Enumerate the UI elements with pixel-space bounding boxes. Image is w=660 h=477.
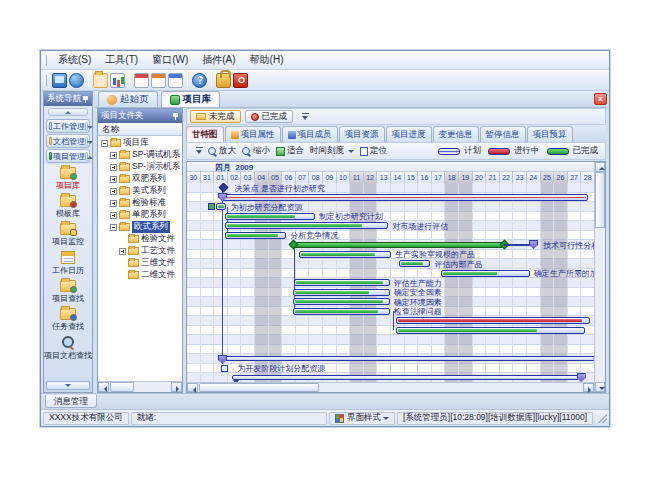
task-bar[interactable] xyxy=(216,203,227,210)
pin-icon[interactable] xyxy=(82,96,89,103)
scroll-thumb[interactable] xyxy=(595,172,605,228)
tree-node[interactable]: 单肥系列 xyxy=(98,209,182,221)
tree-node[interactable]: 检验标准 xyxy=(98,197,182,209)
filter-incomplete[interactable]: 未完成 xyxy=(190,110,241,123)
tree-h-scrollbar[interactable] xyxy=(98,381,182,392)
workspace-icon[interactable] xyxy=(52,73,67,88)
fit-button[interactable]: 适合 xyxy=(273,145,307,157)
sidebar-item-project-monitor[interactable]: 项目监控 xyxy=(52,223,84,247)
expand-icon[interactable] xyxy=(110,164,117,171)
task-bar[interactable] xyxy=(294,279,389,286)
message-management-tab[interactable]: 消息管理 xyxy=(45,395,97,408)
tree-node[interactable]: 检验文件 xyxy=(98,233,182,245)
task-bar[interactable] xyxy=(399,260,430,267)
task-bar[interactable] xyxy=(396,327,585,334)
chevron-down-icon[interactable] xyxy=(85,122,88,131)
tree-node[interactable]: 双肥系列 xyxy=(98,173,182,185)
summary-line-bar[interactable] xyxy=(221,356,594,361)
scroll-right-icon[interactable] xyxy=(171,382,182,392)
ui-style-dropdown[interactable]: 界面样式 xyxy=(329,412,395,425)
tree-node[interactable]: SP-调试机系 xyxy=(98,149,182,161)
task-bar[interactable] xyxy=(396,317,589,324)
expand-icon[interactable] xyxy=(110,200,117,207)
gantt-h-scrollbar[interactable] xyxy=(187,382,594,392)
tree-column-header[interactable]: 名称 xyxy=(98,123,182,136)
sidebar-section-work-management[interactable]: 工作管理 xyxy=(46,119,90,133)
pin-icon[interactable] xyxy=(172,113,179,120)
tree-node[interactable]: 美式系列 xyxy=(98,185,182,197)
shutdown-icon[interactable] xyxy=(233,73,248,88)
close-icon[interactable]: x xyxy=(594,93,607,105)
tab-change-info[interactable]: 变更信息 xyxy=(433,126,479,142)
tab-start-page[interactable]: 起始页 xyxy=(98,91,158,107)
scroll-thumb[interactable] xyxy=(110,382,134,392)
tree-node[interactable]: 欧式系列 xyxy=(98,221,182,233)
expand-icon[interactable] xyxy=(110,212,117,219)
calendar-red-icon[interactable] xyxy=(134,73,149,88)
tab-project-budget[interactable]: 项目预算 xyxy=(527,126,573,142)
sidebar-item-project-search[interactable]: 项目查找 xyxy=(52,280,84,304)
expand-icon[interactable] xyxy=(119,248,126,255)
sidebar-item-template-library[interactable]: 模板库 xyxy=(56,195,80,219)
task-bar[interactable] xyxy=(293,308,390,315)
chevron-up-icon[interactable] xyxy=(85,152,88,161)
tab-project-resources[interactable]: 项目资源 xyxy=(339,126,385,142)
task-bar[interactable] xyxy=(225,222,388,229)
tab-project-library[interactable]: 项目库 xyxy=(161,91,221,107)
collapse-icon[interactable] xyxy=(101,140,108,147)
sidebar-item-task-search[interactable]: 任务查找 xyxy=(52,308,84,332)
menu-item-window[interactable]: 窗口(W) xyxy=(145,51,195,69)
tab-pause-info[interactable]: 暂停信息 xyxy=(480,126,526,142)
tree-node[interactable]: 三维文件 xyxy=(98,257,182,269)
overflow-chevron-icon[interactable] xyxy=(195,146,205,156)
globe-icon[interactable] xyxy=(69,73,84,88)
tab-gantt[interactable]: 甘特图 xyxy=(186,126,224,142)
time-scale-dropdown[interactable]: 时间刻度 xyxy=(307,145,357,157)
sidebar-section-document-management[interactable]: 文档管理 xyxy=(46,134,90,148)
gantt-v-scrollbar[interactable] xyxy=(594,162,605,392)
help-icon[interactable] xyxy=(192,73,207,88)
filter-complete[interactable]: 已完成 xyxy=(245,110,294,123)
scroll-right-icon[interactable] xyxy=(583,383,594,392)
task-bar[interactable] xyxy=(293,298,390,305)
sidebar-item-project-library[interactable]: 项目库 xyxy=(56,167,80,191)
sidebar-section-project-management[interactable]: 项目管理 xyxy=(46,149,90,163)
expand-icon[interactable] xyxy=(110,176,117,183)
calendar-blue-icon[interactable] xyxy=(168,73,183,88)
resize-grip[interactable] xyxy=(597,413,607,423)
open-folder-icon[interactable] xyxy=(93,73,108,88)
task-bar[interactable] xyxy=(225,213,315,220)
tab-project-properties[interactable]: 项目属性 xyxy=(225,126,281,142)
menu-item-system[interactable]: 系统(S) xyxy=(51,51,98,69)
scroll-left-icon[interactable] xyxy=(187,383,198,392)
zoom-in-button[interactable]: 放大 xyxy=(205,145,239,157)
overflow-chevron-icon[interactable] xyxy=(301,112,311,122)
sidebar-collapse-strip[interactable] xyxy=(48,108,88,116)
expand-icon[interactable] xyxy=(110,152,117,159)
sidebar-item-project-doc-search[interactable]: 项目文档查找 xyxy=(44,336,92,361)
task-bar[interactable] xyxy=(441,270,529,277)
summary-completed-bar[interactable] xyxy=(293,242,504,248)
zoom-out-button[interactable]: 缩小 xyxy=(239,145,273,157)
task-bar[interactable] xyxy=(299,251,391,258)
report-chart-icon[interactable] xyxy=(110,73,125,88)
scroll-thumb[interactable] xyxy=(199,383,319,392)
tree-node[interactable]: 二维文件 xyxy=(98,269,182,281)
tab-project-members[interactable]: 项目成员 xyxy=(282,126,338,142)
task-bar[interactable] xyxy=(293,289,390,296)
summary-plan-bar[interactable] xyxy=(221,194,588,201)
collapse-icon[interactable] xyxy=(110,224,117,231)
calendar-orange-icon[interactable] xyxy=(151,73,166,88)
tab-project-progress[interactable]: 项目进度 xyxy=(386,126,432,142)
task-bar[interactable] xyxy=(232,375,579,380)
tree-node[interactable]: SP-演示机系 xyxy=(98,161,182,173)
task-bar[interactable] xyxy=(225,232,286,239)
chart-body[interactable]: 决策点 是否进行初步研究为初步研究分配资源制定初步研究计划对市场进行评估分析竞争… xyxy=(187,183,594,382)
chevron-down-icon[interactable] xyxy=(85,137,88,146)
lock-icon[interactable] xyxy=(216,73,231,88)
menu-item-tools[interactable]: 工具(T) xyxy=(98,51,145,69)
menu-item-plugins[interactable]: 插件(A) xyxy=(195,51,242,69)
scroll-up-icon[interactable] xyxy=(595,162,605,172)
scroll-left-icon[interactable] xyxy=(98,382,109,392)
scroll-down-icon[interactable] xyxy=(595,382,605,392)
